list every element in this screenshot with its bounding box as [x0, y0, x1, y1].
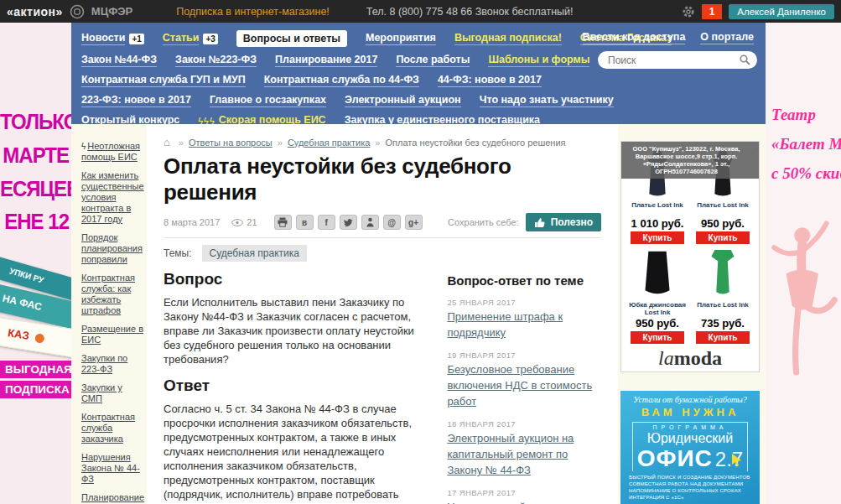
enter-access-code-link[interactable]: Ввести код доступа [583, 31, 686, 44]
useful-button[interactable]: Полезно [526, 213, 601, 231]
home-icon[interactable]: ⌂ [164, 136, 170, 148]
nav-44fz-new-2017[interactable]: 44-ФЗ: новое в 2017 [438, 74, 542, 87]
google-plus-icon[interactable]: g+ [405, 215, 423, 230]
nav-subscription[interactable]: Выгодная подписка! [454, 32, 562, 45]
buy-button[interactable]: Купить [696, 331, 750, 344]
nav-law-223fz[interactable]: Закон №223-ФЗ [175, 54, 257, 67]
breadcrumb-current: Оплата неустойки без судебного решения [385, 138, 565, 148]
shop-item[interactable]: Платье Lost Ink 735 руб. Купить [690, 248, 755, 344]
lamoda-shop-ad[interactable]: ООО "Купишуз", 123022, г. Москва, Варшав… [620, 141, 760, 372]
nav-after-work[interactable]: После работы [396, 54, 470, 67]
lamoda-logo[interactable]: lamoda [621, 347, 759, 370]
mailru-icon[interactable]: @ [383, 215, 401, 230]
buy-button[interactable]: Купить [631, 331, 684, 344]
breadcrumb-answers[interactable]: Ответы на вопросы [189, 138, 273, 148]
menu-smp-purchases[interactable]: Закупки у СМП [81, 382, 122, 403]
related-date: 18 ЯНВАРЯ 2017 [447, 419, 601, 429]
nav-templates-forms[interactable]: Шаблоны и формы [488, 54, 589, 67]
menu-customer-contract-service[interactable]: Контрактная служба заказчика [81, 412, 135, 444]
menu-purchase-planning[interactable]: Планирование закупок [81, 492, 144, 504]
nav-223fz-new-2017[interactable]: 223-ФЗ: новое в 2017 [81, 94, 191, 107]
menu-223fz-purchases[interactable]: Закупки по 223-ФЗ [81, 353, 127, 374]
eye-icon [231, 219, 243, 226]
right-ad-headline: Театр «Балет Мос с 50% скид [771, 100, 841, 188]
left-menu: ϟНеотложная помощь ЕИС Как изменить суще… [71, 124, 147, 504]
print-icon[interactable] [274, 215, 292, 230]
related-date: 19 ЯНВАРЯ 2017 [447, 351, 601, 360]
save-block: Сохранить себе: Полезно [448, 213, 601, 231]
topics-label: Темы: [164, 247, 192, 259]
divider [164, 237, 601, 238]
topbar-right: 1 Алексей Даниленко [682, 4, 834, 19]
vkontakte-icon[interactable]: в [296, 215, 314, 230]
menu-44fz-violations[interactable]: Нарушения Закона № 44-ФЗ [81, 452, 140, 484]
left-ad-headline: ТОЛЬКО МАРТЕ ЕСЯЦЕВ ЕНЕ 12 [0, 106, 71, 238]
nav-articles[interactable]: Статьи [163, 32, 200, 45]
left-banner-ad[interactable]: ТОЛЬКО МАРТЕ ЕСЯЦЕВ ЕНЕ 12 УПКИ РУ НА ФА… [0, 23, 71, 504]
menu-eis-placement[interactable]: Размещение в ЕИС [81, 324, 143, 345]
related-link[interactable]: Безусловное требование включения НДС в с… [447, 363, 592, 408]
nav-main-goszakupki[interactable]: Главное о госзакупках [210, 94, 326, 107]
cursor-icon [730, 453, 744, 470]
about-portal-link[interactable]: О портале [700, 31, 754, 44]
article-card: ⌂ » Ответы на вопросы » Судебная практик… [147, 124, 618, 504]
notifications-badge[interactable]: 1 [702, 4, 723, 19]
nav-questions-answers-active[interactable]: Вопросы и ответы [236, 30, 347, 47]
menu-eis-urgent-help[interactable]: Неотложная помощь ЕИС [81, 141, 140, 162]
topics-row: Темы: Судебная практика [164, 245, 601, 262]
phone-number: Тел. 8 (800) 775 48 66 Звонок бесплатный… [366, 6, 574, 18]
twitter-icon[interactable] [340, 215, 357, 230]
ad-feature-list: БЫСТРЫЙ ПОИСК И СОЗДАНИЕ ДОКУМЕНТОВ СОВМ… [620, 471, 760, 501]
site-header: Новости+1 Статьи+3 Вопросы и ответы Меро… [71, 23, 766, 124]
breadcrumb-court-practice[interactable]: Судебная практика [288, 138, 370, 148]
nav-law-44fz[interactable]: Закон №44-ФЗ [81, 54, 157, 67]
subscribe-shop-link[interactable]: Подписка в интернет-магазине! [176, 6, 330, 18]
buy-button[interactable]: Купить [631, 231, 684, 244]
right-banner-ad[interactable]: Театр «Балет Мос с 50% скид [765, 23, 841, 504]
breadcrumb: ⌂ » Ответы на вопросы » Судебная практик… [164, 136, 601, 148]
menu-change-contract-terms[interactable]: Как изменить существенные условия контра… [81, 170, 144, 224]
question-text: Если Исполнитель выставил пени Заказчику… [164, 295, 432, 366]
related-link[interactable]: Уплата неустойки за просрочку исполнения… [447, 501, 561, 504]
related-link[interactable]: Электронный аукцион на капитальный ремон… [447, 432, 574, 476]
buy-button[interactable]: Купить [696, 231, 750, 244]
item-name: Платье Lost Ink [690, 201, 755, 216]
nav-news[interactable]: Новости [81, 32, 125, 45]
related-date: 17 ЯНВАРЯ 2017 [447, 488, 601, 497]
nav-row-4: 223-ФЗ: новое в 2017 Главное о госзакупк… [81, 94, 766, 107]
question-heading: Вопрос [164, 270, 432, 288]
related-item: 18 ЯНВАРЯ 2017 Электронный аукцион на ка… [447, 419, 601, 478]
odnoklassniki-icon[interactable] [361, 215, 379, 230]
topic-tag-court-practice[interactable]: Судебная практика [202, 245, 307, 262]
dress-image [704, 248, 741, 297]
related-item: 19 ЯНВАРЯ 2017 Безусловное требование вк… [447, 351, 601, 409]
nav-events[interactable]: Мероприятия [366, 32, 436, 45]
nav-row-3: Контрактная служба ГУП и МУП Контрактная… [81, 74, 766, 87]
nav-participant-info[interactable]: Что надо знать участнику [480, 94, 614, 107]
nav-contract-service-44fz[interactable]: Контрактная служба по 44-ФЗ [264, 74, 419, 87]
search-icon[interactable] [740, 55, 750, 65]
related-date: 25 ЯНВАРЯ 2017 [447, 298, 601, 307]
header-right-links: Ввести код доступа О портале [583, 31, 754, 44]
nav-contract-service-gup-mup[interactable]: Контрактная служба ГУП и МУП [81, 74, 246, 87]
shop-item[interactable]: Юбка джинсовая Lost Ink 950 руб. Купить [625, 248, 690, 344]
nav-planning-2017[interactable]: Планирование 2017 [275, 54, 377, 67]
user-account-button[interactable]: Алексей Даниленко [729, 4, 834, 19]
news-count-badge: +1 [129, 34, 143, 44]
ad-tagline: Устали от бумажной работы? [620, 395, 760, 404]
item-price: 950 руб. [690, 217, 755, 230]
related-link[interactable]: Применение штрафа к подрядчику [447, 310, 563, 339]
nav-electronic-auction[interactable]: Электронный аукцион [345, 94, 461, 107]
ballerina-illustration [768, 214, 838, 393]
facebook-icon[interactable]: f [318, 215, 335, 230]
search-input[interactable] [606, 54, 740, 67]
menu-contract-service-fines[interactable]: Контрактная служба: как избежать штрафов [81, 273, 135, 315]
mcfr-logo-icon [70, 4, 85, 19]
articles-count-badge: +3 [203, 34, 217, 44]
gear-icon[interactable] [682, 5, 695, 18]
search-box[interactable] [598, 51, 757, 69]
legal-office-program-ad[interactable]: Устали от бумажной работы? ВАМ НУЖНА ПРО… [620, 391, 760, 504]
related-item: 25 ЯНВАРЯ 2017 Применение штрафа к подря… [447, 298, 601, 340]
menu-planning-order[interactable]: Порядок планирования поправили [81, 232, 143, 264]
ad-you-need: ВАМ НУЖНА [620, 406, 760, 418]
